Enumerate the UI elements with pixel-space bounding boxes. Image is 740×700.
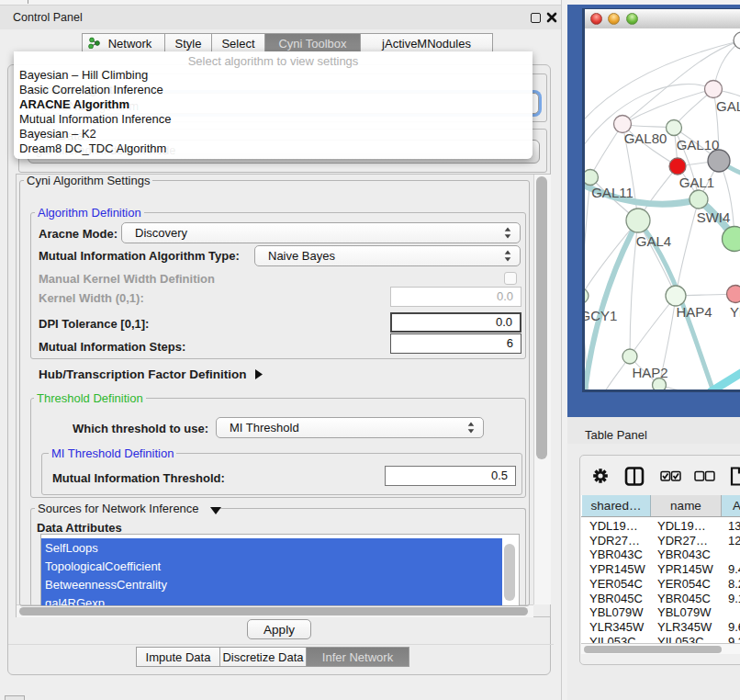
svg-text:YMR: YMR	[730, 304, 740, 320]
svg-text:SWI4: SWI4	[697, 209, 731, 225]
svg-text:GCY1: GCY1	[585, 308, 617, 323]
svg-text:GAL4: GAL4	[636, 233, 671, 249]
svg-text:GAL7: GAL7	[716, 98, 740, 114]
svg-text:GAL10: GAL10	[677, 137, 720, 152]
svg-text:GAL80: GAL80	[624, 130, 667, 146]
svg-text:GAL1: GAL1	[679, 175, 714, 190]
svg-text:GAL11: GAL11	[591, 185, 633, 200]
svg-text:HAP4: HAP4	[676, 304, 712, 320]
svg-text:HAP2: HAP2	[632, 365, 667, 380]
